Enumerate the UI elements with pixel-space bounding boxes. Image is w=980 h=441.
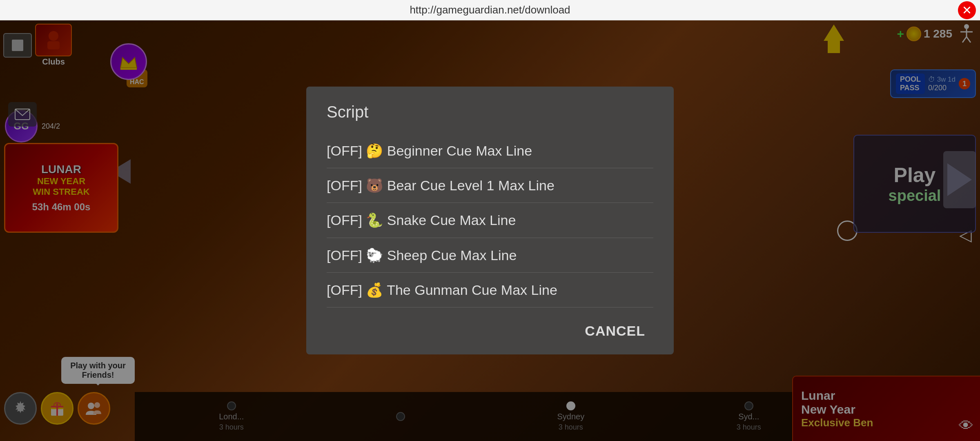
dialog-overlay: Script [OFF] 🤔 Beginner Cue Max Line [OF…: [0, 0, 980, 441]
close-url-button[interactable]: [958, 1, 976, 19]
url-text: http://gameguardian.net/download: [410, 4, 570, 16]
dialog-item-bear[interactable]: [OFF] 🐻 Bear Cue Level 1 Max Line: [327, 168, 653, 203]
dialog-item-bear-text: [OFF] 🐻 Bear Cue Level 1 Max Line: [327, 178, 555, 193]
dialog-title: Script: [327, 103, 653, 121]
url-bar: http://gameguardian.net/download: [0, 0, 980, 20]
dialog-item-gunman-text: [OFF] 💰 The Gunman Cue Max Line: [327, 282, 557, 298]
dialog-footer: CANCEL: [327, 307, 653, 354]
dialog-item-sheep-text: [OFF] 🐑 Sheep Cue Max Line: [327, 247, 517, 263]
cancel-button[interactable]: CANCEL: [577, 319, 653, 343]
dialog-item-snake[interactable]: [OFF] 🐍 Snake Cue Max Line: [327, 203, 653, 237]
dialog-item-beginner[interactable]: [OFF] 🤔 Beginner Cue Max Line: [327, 134, 653, 168]
script-dialog: Script [OFF] 🤔 Beginner Cue Max Line [OF…: [306, 87, 674, 354]
dialog-item-beginner-text: [OFF] 🤔 Beginner Cue Max Line: [327, 143, 532, 158]
dialog-item-snake-text: [OFF] 🐍 Snake Cue Max Line: [327, 212, 516, 228]
dialog-item-sheep[interactable]: [OFF] 🐑 Sheep Cue Max Line: [327, 238, 653, 272]
dialog-item-gunman[interactable]: [OFF] 💰 The Gunman Cue Max Line: [327, 273, 653, 307]
